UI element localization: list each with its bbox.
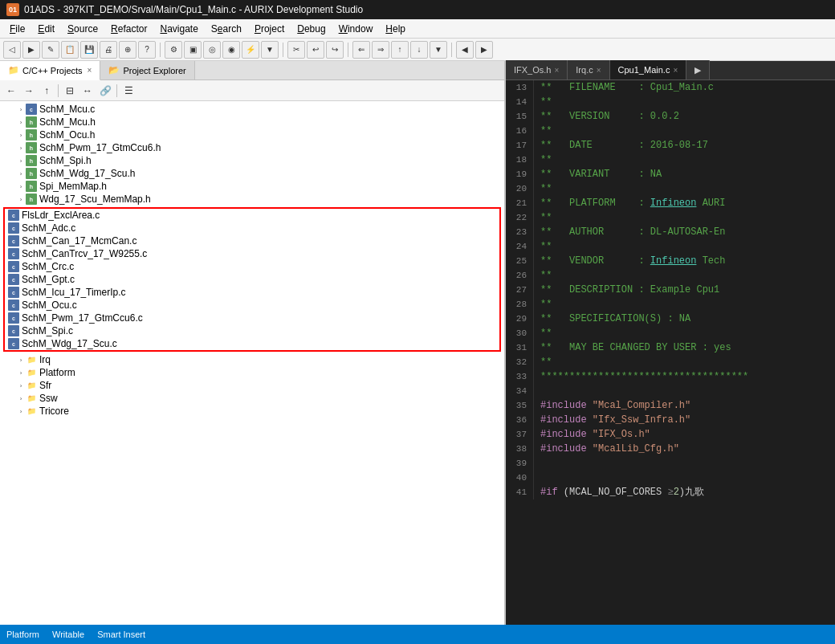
cpp-projects-close[interactable]: × [88,66,92,75]
label-schm-wdg-c: SchM_Wdg_17_Scu.c [22,338,117,349]
tree-item-schm-pwm[interactable]: › h SchM_Pwm_17_GtmCcu6.h [0,141,504,154]
tab-ifx-os-close[interactable]: × [554,66,559,75]
tree-item-schm-adc[interactable]: c SchM_Adc.c [5,222,499,234]
tree-item-schm-icu[interactable]: c SchM_Icu_17_TimerIp.c [5,286,499,299]
menu-project[interactable]: Project [248,22,291,36]
toolbar-btn-19[interactable]: ⇒ [372,41,389,59]
toolbar-btn-16[interactable]: ↩ [307,41,324,59]
tab-cpu1-main[interactable]: Cpu1_Main.c × [610,60,687,79]
toolbar-btn-13[interactable]: ⚡ [242,41,259,59]
label-schm-gpt: SchM_Gpt.c [22,274,75,285]
tab-irq-c[interactable]: Irq.c × [568,60,609,79]
code-line-24: 24 ** [506,239,835,254]
toolbar-btn-10[interactable]: ▣ [184,41,202,59]
toolbar-btn-7[interactable]: ⊕ [119,41,136,59]
menu-debug[interactable]: Debug [291,22,332,36]
menu-navigate[interactable]: Navigate [153,22,204,36]
tree-item-irq[interactable]: › 📁 Irq [0,353,504,366]
toolbar-btn-2[interactable]: ▶ [22,41,40,59]
file-icon-schm-gpt: c [8,274,19,285]
status-insert-mode: Smart Insert [97,630,145,639]
left-toolbar-link[interactable]: 🔗 [97,83,113,99]
tree-item-schm-spi-c[interactable]: c SchM_Spi.c [5,324,499,337]
menu-source[interactable]: Source [61,22,104,36]
tree-item-schm-wdg-c[interactable]: c SchM_Wdg_17_Scu.c [5,337,499,350]
arrow-schm-ocu-h: › [16,132,26,139]
file-icon-schm-can: c [8,235,19,247]
toolbar-btn-4[interactable]: 📋 [61,41,79,59]
toolbar-btn-14[interactable]: ▼ [261,41,279,59]
tree-item-schm-gpt[interactable]: c SchM_Gpt.c [5,273,499,286]
code-line-37: 37 #include "IFX_Os.h" [506,427,835,442]
toolbar-btn-15[interactable]: ✂ [287,41,305,59]
code-line-26: 26 ** [506,268,835,283]
tree-item-schm-crc[interactable]: c SchM_Crc.c [5,260,499,273]
tab-more[interactable]: ▶ [686,60,710,79]
toolbar-btn-8[interactable]: ? [138,41,156,59]
tab-cpu1-main-close[interactable]: × [673,66,678,75]
arrow-wdg-memmap: › [16,196,26,203]
menu-edit[interactable]: Edit [31,22,61,36]
label-schm-cantrcv: SchM_CanTrcv_17_W9255.c [22,248,147,259]
file-icon-schm-mcu-h: h [26,116,37,128]
left-toolbar-up[interactable]: ↑ [39,83,55,99]
toolbar-btn-23[interactable]: ◀ [456,41,474,59]
file-tree: › c SchM_Mcu.c › h SchM_Mcu.h › h SchM_O… [0,101,504,625]
tree-item-tricore[interactable]: › 📁 Tricore [0,405,504,418]
tree-item-schm-spi-h[interactable]: › h SchM_Spi.h [0,154,504,167]
left-toolbar-collapse[interactable]: ⊟ [62,83,78,99]
tree-item-flsldr[interactable]: c FlsLdr_ExclArea.c [5,209,499,222]
label-platform: Platform [39,367,75,378]
tree-item-schm-cantrcv[interactable]: c SchM_CanTrcv_17_W9255.c [5,247,499,260]
toolbar-btn-22[interactable]: ▼ [430,41,447,59]
tree-item-schm-wdg-h[interactable]: › h SchM_Wdg_17_Scu.h [0,167,504,180]
tree-item-schm-mcu-c[interactable]: › c SchM_Mcu.c [0,103,504,116]
tab-project-explorer[interactable]: 📂 Project Explorer [100,61,194,79]
file-icon-spi-memmap: h [26,181,37,192]
tree-item-ssw[interactable]: › 📁 Ssw [0,392,504,405]
tree-item-schm-ocu-h[interactable]: › h SchM_Ocu.h [0,128,504,141]
code-line-36: 36 #include "Ifx_Ssw_Infra.h" [506,413,835,427]
file-icon-schm-wdg-c: c [8,338,19,349]
left-toolbar-back[interactable]: ← [3,83,19,99]
code-line-17: 17 ** DATE : 2016-08-17 [506,138,835,153]
toolbar-btn-24[interactable]: ▶ [475,41,493,59]
tab-ifx-os[interactable]: IFX_Os.h × [506,60,568,79]
file-icon-schm-wdg-h: h [26,168,37,179]
arrow-spi-memmap: › [16,183,26,190]
toolbar-btn-17[interactable]: ↪ [326,41,344,59]
menu-help[interactable]: Help [379,22,412,36]
toolbar-btn-1[interactable]: ◁ [3,41,21,59]
toolbar-btn-18[interactable]: ⇐ [352,41,370,59]
toolbar-btn-5[interactable]: 💾 [80,41,98,59]
tree-item-schm-ocu-c[interactable]: c SchM_Ocu.c [5,299,499,312]
file-icon-schm-spi-h: h [26,155,37,166]
left-toolbar-menu[interactable]: ☰ [120,83,136,99]
tree-item-platform[interactable]: › 📁 Platform [0,366,504,379]
tree-item-wdg-memmap[interactable]: › h Wdg_17_Scu_MemMap.h [0,193,504,206]
toolbar-btn-21[interactable]: ↓ [410,41,428,59]
label-schm-mcu-h: SchM_Mcu.h [39,116,96,128]
tree-item-schm-pwm-c[interactable]: c SchM_Pwm_17_GtmCcu6.c [5,312,499,324]
left-toolbar-forward[interactable]: → [21,83,37,99]
menu-refactor[interactable]: Refactor [104,22,153,36]
left-toolbar-expand[interactable]: ↔ [79,83,96,99]
menu-search[interactable]: Search [205,22,248,36]
lt-sep-2 [116,84,117,97]
tree-item-schm-mcu-h[interactable]: › h SchM_Mcu.h [0,116,504,128]
tree-item-sfr[interactable]: › 📁 Sfr [0,379,504,392]
toolbar-btn-6[interactable]: 🖨 [100,41,117,59]
toolbar-btn-11[interactable]: ◎ [203,41,221,59]
code-line-22: 22 ** [506,210,835,225]
toolbar-btn-9[interactable]: ⚙ [165,41,182,59]
menu-window[interactable]: Window [332,22,380,36]
tree-item-schm-can[interactable]: c SchM_Can_17_McmCan.c [5,234,499,247]
toolbar-btn-20[interactable]: ↑ [391,41,409,59]
tab-irq-c-close[interactable]: × [597,66,601,75]
code-area[interactable]: 13 ** FILENAME : Cpu1_Main.c 14 ** 15 **… [506,80,835,625]
toolbar-btn-3[interactable]: ✎ [42,41,59,59]
toolbar-btn-12[interactable]: ◉ [222,41,240,59]
tab-cpp-projects[interactable]: 📁 C/C++ Projects × [0,61,100,80]
menu-file[interactable]: File [3,22,31,36]
tree-item-spi-memmap[interactable]: › h Spi_MemMap.h [0,180,504,193]
